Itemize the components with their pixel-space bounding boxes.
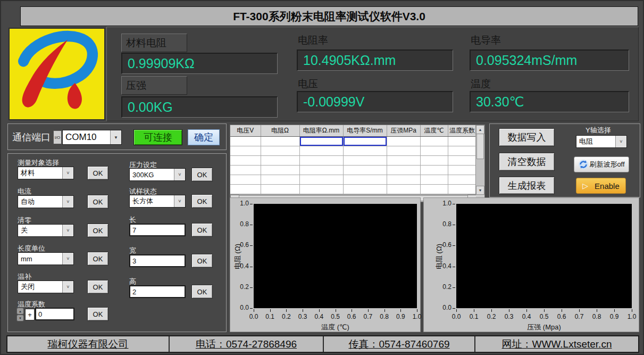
material-resistance-label: 材料电阻 xyxy=(121,34,187,52)
table-cell[interactable] xyxy=(387,156,420,166)
table-vertical-scrollbar[interactable]: ▲ ▼ xyxy=(475,125,484,195)
table-cell[interactable] xyxy=(343,175,387,185)
table-cell[interactable] xyxy=(420,166,448,175)
chevron-down-icon[interactable]: ˅ xyxy=(174,169,185,180)
confirm-button[interactable]: 确定 xyxy=(188,129,220,145)
table-cell[interactable] xyxy=(261,146,299,156)
table-cell[interactable] xyxy=(343,146,387,156)
table-cell[interactable] xyxy=(343,166,387,175)
table-cell[interactable] xyxy=(448,185,476,194)
scrollbar-thumb[interactable] xyxy=(476,134,484,159)
current-select[interactable]: 自动 ˅ xyxy=(18,195,74,208)
table-cell[interactable] xyxy=(387,146,420,156)
table-row xyxy=(230,166,476,175)
ok-button[interactable]: OK xyxy=(191,168,213,181)
ok-button[interactable]: OK xyxy=(87,224,108,237)
table-cell[interactable] xyxy=(299,156,343,166)
data-table: 电压V电阻Ω电阻率Ω.mm电导率S/mm压强MPa温度℃温度系数 ▲ ▼ ◄ ► xyxy=(230,125,485,202)
table-cell[interactable] xyxy=(420,137,448,146)
table-cell[interactable] xyxy=(261,137,299,146)
zero-select[interactable]: 关 ˅ xyxy=(18,224,74,237)
chevron-down-icon[interactable]: ˅ xyxy=(615,136,626,147)
length-input[interactable] xyxy=(129,224,186,236)
table-cell[interactable] xyxy=(299,166,343,175)
clear-data-button[interactable]: 清空数据 xyxy=(499,153,555,171)
table-cell[interactable] xyxy=(230,166,261,175)
length-unit-select[interactable]: mm ˅ xyxy=(18,252,74,265)
table-cell[interactable] xyxy=(299,146,343,156)
spinner-up-icon[interactable]: ▲ xyxy=(16,308,24,315)
connect-button[interactable]: 可连接 xyxy=(133,129,182,145)
table-cell[interactable] xyxy=(387,166,420,175)
ok-button[interactable]: OK xyxy=(87,195,108,209)
scroll-down-icon[interactable]: ▼ xyxy=(476,186,484,195)
y-tick-label: 0.2 xyxy=(424,283,451,291)
scroll-up-icon[interactable]: ▲ xyxy=(476,125,484,134)
chevron-down-icon[interactable]: ˅ xyxy=(62,196,73,208)
table-cell[interactable] xyxy=(261,166,299,175)
ok-button[interactable]: OK xyxy=(87,252,108,266)
table-cell[interactable] xyxy=(420,185,448,194)
measure-target-select[interactable]: 材料 ˅ xyxy=(18,167,74,179)
table-cell[interactable] xyxy=(230,156,261,166)
y-tick-mark xyxy=(250,245,253,246)
table-cell[interactable] xyxy=(387,185,420,194)
actions-panel: 数据写入 清空数据 生成报表 Y轴选择 电阻 ˅ 刷新波形off ▷ Enabl… xyxy=(489,123,640,197)
resistivity-value: 10.4905KΩ.mm xyxy=(297,49,453,71)
ok-button[interactable]: OK xyxy=(191,254,213,268)
y-axis-select[interactable]: 电阻 ˅ xyxy=(576,135,627,148)
spinner-down-icon[interactable]: ▼ xyxy=(16,315,24,321)
com-port-select[interactable]: COM10 ▼ xyxy=(62,130,122,145)
chart-plot-area xyxy=(456,204,632,308)
table-cell[interactable] xyxy=(230,185,261,194)
temp-coefficient-input[interactable] xyxy=(35,308,74,320)
table-cell[interactable] xyxy=(420,146,448,156)
table-cell[interactable] xyxy=(343,156,387,166)
ok-button[interactable]: OK xyxy=(191,285,213,299)
chevron-down-icon[interactable]: ˅ xyxy=(62,253,73,265)
ok-button[interactable]: OK xyxy=(87,307,108,321)
chevron-down-icon[interactable]: ▼ xyxy=(110,130,121,144)
table-cell[interactable] xyxy=(387,137,420,146)
x-tick-label: 0.5 xyxy=(328,313,343,320)
temp-comp-select[interactable]: 关闭 ˅ xyxy=(18,280,74,293)
table-cell[interactable] xyxy=(448,137,476,146)
x-tick-mark xyxy=(270,309,271,312)
table-cell[interactable] xyxy=(299,185,343,194)
table-cell[interactable] xyxy=(299,175,343,185)
chevron-down-icon[interactable]: ˅ xyxy=(62,281,73,293)
table-cell[interactable] xyxy=(343,185,387,194)
table-cell[interactable] xyxy=(261,175,299,185)
table-cell[interactable] xyxy=(230,137,261,146)
pressure-setting-select[interactable]: 300KG ˅ xyxy=(129,168,186,181)
fax-number: 传真：0574-87460769 xyxy=(324,336,475,352)
table-cell[interactable] xyxy=(261,156,299,166)
table-cell[interactable] xyxy=(343,137,387,146)
sample-shape-select[interactable]: 长方体 ˅ xyxy=(129,195,186,208)
ok-button[interactable]: OK xyxy=(191,194,213,208)
ok-button[interactable]: OK xyxy=(191,223,213,237)
write-data-button[interactable]: 数据写入 xyxy=(499,128,555,146)
pressure-resistance-chart: 0.00.20.40.60.81.00.00.10.20.30.40.50.60… xyxy=(423,197,639,332)
generate-report-button[interactable]: 生成报表 xyxy=(499,177,555,194)
table-cell[interactable] xyxy=(448,156,476,166)
chevron-down-icon[interactable]: ˅ xyxy=(62,225,73,236)
table-cell[interactable] xyxy=(448,175,476,185)
refresh-waveform-button[interactable]: 刷新波形off xyxy=(574,156,629,172)
table-cell[interactable] xyxy=(448,166,476,175)
table-cell[interactable] xyxy=(299,137,343,146)
table-cell[interactable] xyxy=(420,175,448,185)
enable-button[interactable]: ▷ Enable xyxy=(576,178,626,194)
table-cell[interactable] xyxy=(230,146,261,156)
table-cell[interactable] xyxy=(420,156,448,166)
chevron-down-icon[interactable]: ˅ xyxy=(174,195,185,207)
ok-button[interactable]: OK xyxy=(87,280,108,294)
table-cell[interactable] xyxy=(387,175,420,185)
width-input[interactable] xyxy=(129,254,186,267)
ok-button[interactable]: OK xyxy=(87,166,108,180)
table-cell[interactable] xyxy=(261,185,299,194)
chevron-down-icon[interactable]: ˅ xyxy=(62,167,73,179)
table-cell[interactable] xyxy=(448,146,476,156)
height-input[interactable] xyxy=(129,285,186,298)
table-cell[interactable] xyxy=(230,175,261,185)
